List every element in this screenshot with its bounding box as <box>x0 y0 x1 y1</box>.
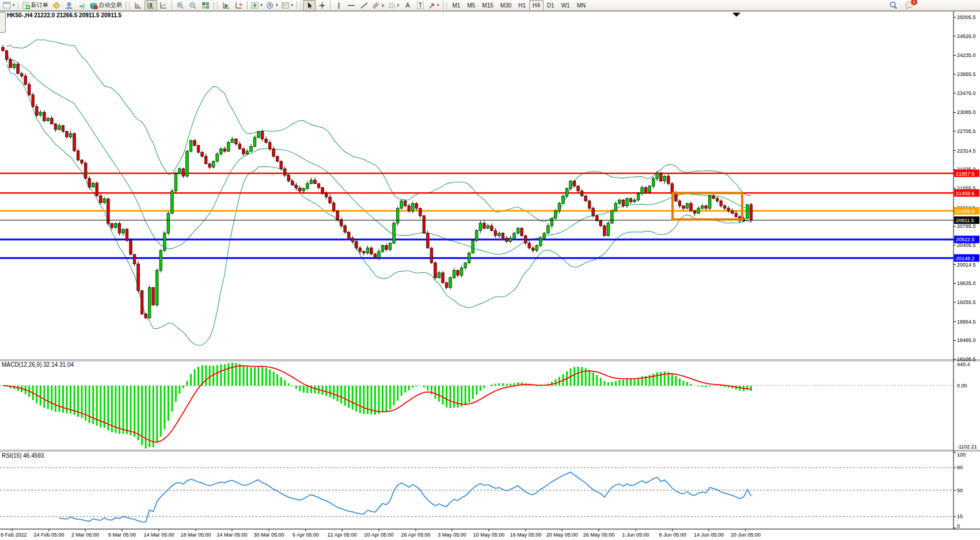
svg-text:24 Mar 05:00: 24 Mar 05:00 <box>216 532 247 538</box>
svg-text:3 May 05:00: 3 May 05:00 <box>438 532 466 538</box>
timeframe-w1[interactable]: W1 <box>558 0 573 11</box>
svg-text:18864.5: 18864.5 <box>957 319 976 325</box>
svg-text:1 Jun 05:00: 1 Jun 05:00 <box>622 532 649 538</box>
new-order-button[interactable]: 新订单 <box>21 0 50 11</box>
community-button[interactable] <box>63 0 75 11</box>
autotrading-button[interactable]: 自动交易 <box>88 0 124 11</box>
mql5-diamond-icon <box>52 2 60 9</box>
zoom-in-icon <box>176 2 184 9</box>
cursor-icon <box>306 2 313 9</box>
text-tool[interactable]: A <box>401 0 414 11</box>
vertical-line-tool[interactable] <box>332 0 345 11</box>
svg-text:8 Jun 05:00: 8 Jun 05:00 <box>659 532 686 538</box>
tile-windows-button[interactable] <box>199 0 212 11</box>
svg-text:26 Apr 05:00: 26 Apr 05:00 <box>401 532 430 538</box>
svg-text:50: 50 <box>957 488 963 493</box>
chart-frame <box>0 12 980 540</box>
label-tool-glyph: T <box>417 2 424 9</box>
trendline-icon <box>360 2 368 9</box>
template-icon <box>282 2 290 9</box>
svg-text:19255.5: 19255.5 <box>957 299 976 305</box>
svg-text:440.4: 440.4 <box>957 362 970 367</box>
timeframe-d1[interactable]: D1 <box>544 0 558 11</box>
svg-text:18 Mar 05:00: 18 Mar 05:00 <box>180 532 211 538</box>
indicators-icon <box>251 2 259 9</box>
mql5-button[interactable] <box>50 0 63 11</box>
chart-canvas[interactable]: 25005.524626.024235.023855.523476.023085… <box>0 0 980 540</box>
svg-text:20148.2: 20148.2 <box>956 256 975 261</box>
svg-text:24235.0: 24235.0 <box>957 52 976 58</box>
timeframe-h4[interactable]: H4 <box>529 0 544 11</box>
tile-windows-icon <box>202 2 210 9</box>
templates-button[interactable]: ▾ <box>280 0 295 11</box>
auto-scroll-icon <box>222 2 230 9</box>
text-tool-glyph: A <box>405 2 409 9</box>
svg-text:20 Apr 05:00: 20 Apr 05:00 <box>364 532 393 538</box>
new-order-label: 新订单 <box>31 1 48 9</box>
indicators-button[interactable]: ▾ <box>249 0 265 11</box>
new-chart-button[interactable]: ▾ <box>1 0 17 11</box>
bar-chart-icon <box>134 2 142 9</box>
chart-ohlc-title: HK50-,H4 21222.0 21266.5 20911.5 20911.5 <box>7 12 121 18</box>
timeframe-mn[interactable]: MN <box>573 0 590 11</box>
trendline-tool[interactable] <box>358 0 370 11</box>
text-label-tool[interactable]: T <box>414 0 427 11</box>
svg-text:80: 80 <box>957 465 963 470</box>
macd-indicator-label: MACD(12,26,9) 32.14 31.04 <box>2 362 74 368</box>
svg-text:30 Mar 05:00: 30 Mar 05:00 <box>253 532 284 538</box>
svg-text:26 May 05:00: 26 May 05:00 <box>583 532 615 538</box>
svg-text:0: 0 <box>957 523 960 529</box>
svg-text:21459.6: 21459.6 <box>956 191 975 196</box>
notifications-button[interactable]: 1 <box>903 0 916 11</box>
one-click-trading-tab[interactable] <box>0 12 6 33</box>
zoom-out-button[interactable] <box>187 0 199 11</box>
svg-text:20405.5: 20405.5 <box>957 242 976 248</box>
svg-text:12 Apr 05:00: 12 Apr 05:00 <box>327 532 356 538</box>
svg-text:23855.5: 23855.5 <box>957 71 976 77</box>
svg-text:25005.5: 25005.5 <box>957 14 976 20</box>
svg-text:-1102.21: -1102.21 <box>957 444 977 450</box>
crosshair-tool-button[interactable] <box>316 0 328 11</box>
cursor-tool-button[interactable] <box>303 0 316 11</box>
toolbar: ▾ 新订单 自动交易 <box>0 0 980 11</box>
candlestick-chart-button[interactable] <box>145 0 157 11</box>
horizontal-line-tool[interactable] <box>345 0 358 11</box>
zoom-out-icon <box>189 2 197 9</box>
equidistant-channel-tool[interactable]: E <box>370 0 386 11</box>
vertical-line-icon <box>336 2 341 9</box>
svg-text:20911.5: 20911.5 <box>956 218 974 223</box>
svg-text:20014.5: 20014.5 <box>957 262 976 268</box>
fibo-glyph: F <box>397 3 400 7</box>
arrows-tool[interactable]: ▾ <box>427 0 441 11</box>
window-icon <box>3 2 11 9</box>
search-button[interactable] <box>887 0 899 11</box>
zoom-in-button[interactable] <box>174 0 187 11</box>
svg-text:22705.5: 22705.5 <box>957 128 976 134</box>
auto-scroll-button[interactable] <box>220 0 233 11</box>
crosshair-icon <box>318 2 326 9</box>
svg-text:14 Mar 05:00: 14 Mar 05:00 <box>143 532 174 538</box>
svg-text:16 May 05:00: 16 May 05:00 <box>510 532 542 538</box>
timeframe-m1[interactable]: M1 <box>449 0 464 11</box>
bar-chart-button[interactable] <box>132 0 145 11</box>
timeframe-m15[interactable]: M15 <box>478 0 496 11</box>
fibonacci-tool[interactable]: F <box>386 0 401 11</box>
svg-text:2 Mar 05:00: 2 Mar 05:00 <box>71 532 99 538</box>
timeframe-h1[interactable]: H1 <box>515 0 529 11</box>
svg-text:20522.5: 20522.5 <box>956 237 975 242</box>
svg-text:20785.0: 20785.0 <box>957 223 976 229</box>
svg-text:20 May 05:00: 20 May 05:00 <box>546 532 578 538</box>
timeframe-m30[interactable]: M30 <box>497 0 515 11</box>
signals-button[interactable] <box>75 0 88 11</box>
chart-shift-button[interactable] <box>233 0 245 11</box>
line-chart-button[interactable] <box>157 0 170 11</box>
svg-text:23085.0: 23085.0 <box>957 109 976 115</box>
arrow-tool-icon <box>428 2 435 9</box>
svg-text:23476.0: 23476.0 <box>957 90 976 96</box>
svg-text:6 Apr 05:00: 6 Apr 05:00 <box>293 532 319 538</box>
horizontal-line-icon <box>347 2 355 9</box>
autotrading-icon <box>90 2 98 9</box>
periods-button[interactable]: ▾ <box>264 0 280 11</box>
timeframe-m5[interactable]: M5 <box>464 0 478 11</box>
svg-text:20 Jun 05:00: 20 Jun 05:00 <box>731 532 761 538</box>
